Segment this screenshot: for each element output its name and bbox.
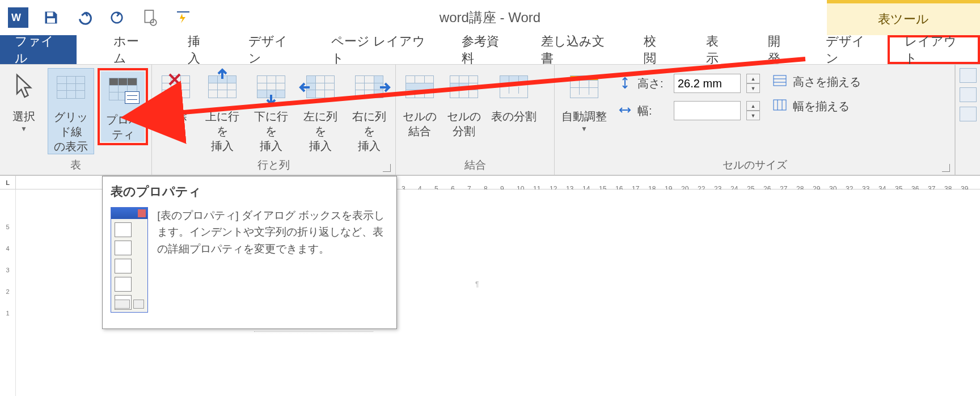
tab-review[interactable]: 校閲 [629,35,681,64]
svg-rect-6 [774,75,786,86]
dialog-launcher-icon[interactable] [383,164,391,172]
gridlines-label-2: の表示 [54,139,88,154]
properties-highlight: プロパティ [98,68,148,145]
distribute-cols-button[interactable]: 幅を揃える [772,98,861,115]
quick-access-toolbar: W [0,7,193,28]
word-logo-icon: W [8,7,28,28]
tab-view[interactable]: 表示 [691,35,743,64]
height-spinner[interactable]: ▲▼ [746,74,760,93]
gridlines-icon [54,71,88,104]
tab-home[interactable]: ホーム [99,35,163,64]
align-mid-left-button[interactable] [960,87,977,102]
distribute-rows-button[interactable]: 高さを揃える [772,74,861,90]
insert-row-above-button[interactable]: 上に行を 挿入 [200,68,245,153]
window-title: word講座 - Word [440,9,540,27]
select-button[interactable]: 選択 ▼ [3,68,44,134]
lightning-icon[interactable] [172,7,193,28]
group-rows-cols-label: 行と列 [155,157,392,174]
distribute-rows-icon [772,74,787,90]
split-cells-icon [447,70,481,103]
svg-point-3 [112,12,122,23]
split-cells-button[interactable]: セルの 分割 [443,68,484,138]
tab-mailings[interactable]: 差し込み文書 [526,35,624,64]
insert-row-above-icon [205,70,239,103]
gridlines-label-1: グリッド線 [52,109,90,139]
height-label: 高さ: [637,76,668,91]
split-table-button[interactable]: 表の分割 [488,68,540,124]
tab-insert[interactable]: 挿入 [173,35,225,64]
title-bar: W word講座 - Word 表ツール [0,0,980,35]
group-merge: セルの 結合 セルの 分割 表の分割 結合 [396,65,555,175]
ruler-corner[interactable]: L [0,176,16,189]
tab-page-layout[interactable]: ページ レイアウト [316,35,442,64]
insert-col-right-button[interactable]: 右に列を 挿入 [347,68,392,153]
tab-table-design[interactable]: デザイン [811,35,888,64]
select-label: 選択 [12,109,35,124]
height-input[interactable] [674,74,741,93]
insert-col-right-icon [352,70,386,103]
group-table-label: 表 [3,157,148,174]
width-icon [618,103,632,119]
print-preview-icon[interactable] [140,7,160,28]
insert-col-left-icon [303,70,337,103]
paragraph-mark-icon: ¶ [475,280,479,288]
context-tool-tab: 表ツール [827,0,980,35]
tooltip-preview-image [111,207,148,313]
svg-rect-1 [47,12,53,16]
height-icon [618,76,632,91]
group-cell-size: 自動調整 ▼ 高さ: ▲▼ 幅: ▲▼ [555,65,955,175]
merge-cells-icon [403,70,437,103]
group-rows-cols: 削除 ▼ 上に行を 挿入 下に行を 挿入 [152,65,396,175]
size-inputs: 高さ: ▲▼ 幅: ▲▼ [614,68,764,126]
svg-rect-4 [145,10,153,22]
save-icon[interactable] [41,7,61,28]
ribbon: 選択 ▼ グリッド線 の表示 [0,65,980,176]
tooltip-text: [表のプロパティ] ダイアログ ボックスを表示します。インデントや文字列の折り返… [157,207,388,313]
dropdown-arrow-icon: ▼ [172,125,179,134]
vertical-ruler[interactable]: 54321 [0,189,16,396]
align-top-left-button[interactable] [960,68,977,83]
properties-label: プロパティ [104,112,141,142]
tab-table-layout[interactable]: レイアウト [888,35,980,64]
tab-references[interactable]: 参考資料 [447,35,521,64]
properties-icon [106,74,140,107]
dropdown-arrow-icon: ▼ [581,125,588,134]
svg-rect-2 [47,18,55,23]
distribute-cols-icon [772,98,787,115]
autofit-icon [567,70,601,103]
split-table-icon [497,70,531,103]
delete-icon [159,70,193,103]
group-table: 選択 ▼ グリッド線 の表示 [0,65,152,175]
align-bottom-left-button[interactable] [960,107,977,121]
group-cellsize-label: セルのサイズ [558,157,951,174]
view-gridlines-button[interactable]: グリッド線 の表示 [48,68,94,154]
properties-button[interactable]: プロパティ [101,71,145,142]
alignment-strip [955,65,980,175]
dialog-launcher-icon[interactable] [942,164,950,172]
width-label: 幅: [637,103,668,119]
distribute-buttons: 高さを揃える 幅を揃える [768,68,865,120]
insert-row-below-button[interactable]: 下に行を 挿入 [248,68,294,153]
svg-text:W: W [11,12,21,23]
autofit-button[interactable]: 自動調整 ▼ [558,68,610,134]
tooltip: 表のプロパティ [表のプロパティ] ダイアログ ボックスを表示します。インデント… [102,176,397,329]
tab-design[interactable]: デザイン [234,35,310,64]
insert-col-left-button[interactable]: 左に列を 挿入 [298,68,343,153]
redo-icon[interactable] [107,7,127,28]
ribbon-tabs: ファイル ホーム 挿入 デザイン ページ レイアウト 参考資料 差し込み文書 校… [0,35,980,65]
insert-row-below-icon [254,70,288,103]
svg-rect-9 [774,100,786,110]
dropdown-arrow-icon: ▼ [20,125,27,134]
tab-developer[interactable]: 開発 [753,35,805,64]
undo-icon[interactable] [74,7,94,28]
cursor-icon [7,70,41,103]
group-merge-label: 結合 [399,157,551,174]
tooltip-title: 表のプロパティ [111,183,388,200]
width-spinner[interactable]: ▲▼ [746,101,760,120]
delete-button[interactable]: 削除 ▼ [155,68,196,134]
tab-file[interactable]: ファイル [0,35,77,64]
merge-cells-button[interactable]: セルの 結合 [399,68,440,138]
width-input[interactable] [674,101,741,120]
delete-label: 削除 [164,109,187,124]
